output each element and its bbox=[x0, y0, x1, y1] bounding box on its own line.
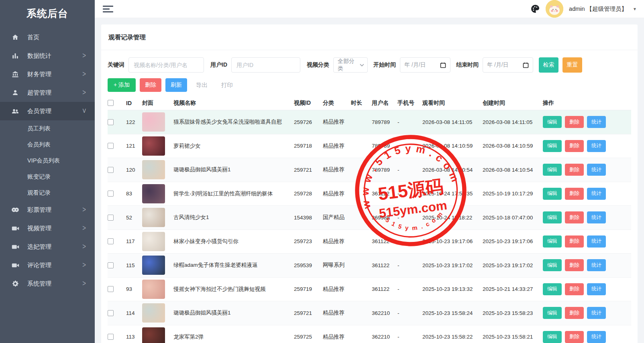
video-cover-thumbnail[interactable] bbox=[142, 303, 165, 323]
delete-row-button[interactable]: 删除 bbox=[565, 259, 584, 271]
sidebar-item-6[interactable]: 视频管理ᐳ bbox=[0, 219, 95, 237]
row-checkbox[interactable] bbox=[108, 238, 114, 244]
cell-id: 120 bbox=[126, 167, 142, 173]
video-cover-thumbnail[interactable] bbox=[142, 208, 165, 227]
delete-row-button[interactable]: 删除 bbox=[565, 283, 584, 295]
stats-button[interactable]: 统计 bbox=[587, 164, 606, 176]
cell-video-name: 留学生-刘明浴缸江里的性高潮纤细的躯体 bbox=[173, 190, 294, 197]
edit-button[interactable]: 编辑 bbox=[543, 307, 562, 319]
stats-button[interactable]: 统计 bbox=[587, 283, 606, 295]
row-actions: 编辑删除统计 bbox=[543, 188, 631, 200]
sidebar-subitem-3[interactable]: 账变记录 bbox=[0, 168, 95, 185]
edit-button[interactable]: 编辑 bbox=[543, 211, 562, 223]
stats-button[interactable]: 统计 bbox=[587, 211, 606, 223]
row-checkbox[interactable] bbox=[108, 286, 114, 292]
stats-button[interactable]: 统计 bbox=[587, 307, 606, 319]
sidebar-item-2[interactable]: 财务管理ᐳ bbox=[0, 65, 95, 83]
video-cover-thumbnail[interactable] bbox=[142, 160, 165, 179]
row-checkbox[interactable] bbox=[108, 262, 114, 268]
keyword-input[interactable] bbox=[128, 57, 204, 73]
userid-input[interactable] bbox=[231, 57, 300, 73]
edit-button[interactable]: 编辑 bbox=[543, 164, 562, 176]
chevron-right-icon: ᐳ bbox=[82, 225, 86, 231]
category-select[interactable]: 全部分类 bbox=[333, 57, 368, 73]
sidebar-item-0[interactable]: 首页 bbox=[0, 28, 95, 47]
edit-button[interactable]: 编辑 bbox=[543, 235, 562, 248]
sidebar-item-1[interactable]: 数据统计ᐳ bbox=[0, 47, 95, 65]
delete-button[interactable]: 删除 bbox=[140, 78, 161, 92]
cell-id: 93 bbox=[126, 286, 142, 292]
add-button[interactable]: + 添加 bbox=[108, 78, 136, 92]
edit-button[interactable]: 编辑 bbox=[543, 188, 562, 200]
delete-row-button[interactable]: 删除 bbox=[565, 188, 584, 200]
edit-button[interactable]: 编辑 bbox=[543, 259, 562, 271]
row-checkbox[interactable] bbox=[108, 215, 114, 221]
row-checkbox[interactable] bbox=[108, 143, 114, 149]
cell-create-time: 2025-10-23 15:58:21 bbox=[483, 334, 543, 340]
hamburger-menu-icon[interactable] bbox=[103, 4, 113, 14]
sidebar-subitem-4[interactable]: 观看记录 bbox=[0, 185, 95, 201]
admin-account-label[interactable]: admin 【超级管理员】 bbox=[569, 5, 627, 13]
export-button[interactable]: 导出 bbox=[191, 81, 212, 89]
end-date-input[interactable]: 年 /月/日 bbox=[483, 57, 533, 73]
edit-button[interactable]: 编辑 bbox=[543, 331, 562, 343]
refresh-button[interactable]: 刷新 bbox=[165, 78, 187, 92]
video-cover-thumbnail[interactable] bbox=[142, 184, 165, 203]
cell-watch-time: 2026-03-08 14:10:59 bbox=[422, 143, 483, 149]
row-checkbox[interactable] bbox=[108, 119, 114, 125]
stats-button[interactable]: 统计 bbox=[587, 188, 606, 200]
stats-button[interactable]: 统计 bbox=[587, 331, 606, 343]
sidebar-item-3[interactable]: 超管管理ᐳ bbox=[0, 83, 95, 102]
sidebar-item-9[interactable]: 系统管理ᐳ bbox=[0, 274, 95, 293]
row-checkbox[interactable] bbox=[108, 310, 114, 316]
calendar-icon bbox=[523, 62, 529, 68]
edit-button[interactable]: 编辑 bbox=[543, 283, 562, 295]
delete-row-button[interactable]: 删除 bbox=[565, 140, 584, 152]
start-date-input[interactable]: 年 /月/日 bbox=[400, 57, 450, 73]
cell-category: 精品推荐 bbox=[323, 286, 351, 293]
select-all-checkbox[interactable] bbox=[108, 100, 114, 106]
print-button[interactable]: 打印 bbox=[216, 81, 238, 89]
theme-palette-icon[interactable] bbox=[530, 4, 540, 14]
chevron-down-icon bbox=[360, 64, 364, 67]
cell-id: 121 bbox=[126, 143, 142, 149]
cell-video-name: 萝莉裙少女 bbox=[173, 142, 294, 150]
row-actions: 编辑删除统计 bbox=[543, 116, 631, 128]
edit-button[interactable]: 编辑 bbox=[543, 140, 562, 152]
delete-row-button[interactable]: 删除 bbox=[565, 307, 584, 319]
sidebar-item-8[interactable]: 评论管理ᐳ bbox=[0, 256, 95, 274]
delete-row-button[interactable]: 删除 bbox=[565, 331, 584, 343]
delete-row-button[interactable]: 删除 bbox=[565, 164, 584, 176]
stats-button[interactable]: 统计 bbox=[587, 259, 606, 271]
cell-watch-time: 2025-10-24 11:18:22 bbox=[422, 215, 483, 221]
chevron-down-icon[interactable]: ▼ bbox=[633, 7, 637, 11]
video-cover-thumbnail[interactable] bbox=[142, 232, 165, 251]
video-cover-thumbnail[interactable] bbox=[142, 112, 165, 132]
sidebar-item-5[interactable]: 彩票管理ᐳ bbox=[0, 201, 95, 219]
delete-row-button[interactable]: 删除 bbox=[565, 235, 584, 248]
stats-button[interactable]: 统计 bbox=[587, 116, 606, 128]
row-checkbox[interactable] bbox=[108, 167, 114, 173]
video-cover-thumbnail[interactable] bbox=[142, 256, 165, 275]
search-button[interactable]: 检索 bbox=[539, 57, 558, 73]
edit-button[interactable]: 编辑 bbox=[543, 116, 562, 128]
row-actions: 编辑删除统计 bbox=[543, 235, 631, 248]
reset-button[interactable]: 重置 bbox=[562, 57, 582, 73]
video-cover-thumbnail[interactable] bbox=[142, 327, 165, 343]
sidebar-subitem-0[interactable]: 员工列表 bbox=[0, 120, 95, 136]
row-checkbox[interactable] bbox=[108, 191, 114, 197]
sidebar-subitem-2[interactable]: VIP会员列表 bbox=[0, 152, 95, 168]
sidebar-subitem-1[interactable]: 会员列表 bbox=[0, 136, 95, 152]
cell-phone: - bbox=[397, 310, 422, 316]
stats-button[interactable]: 统计 bbox=[587, 140, 606, 152]
delete-row-button[interactable]: 删除 bbox=[565, 211, 584, 223]
delete-row-button[interactable]: 删除 bbox=[565, 116, 584, 128]
user-avatar[interactable] bbox=[546, 0, 563, 18]
row-checkbox[interactable] bbox=[108, 334, 114, 340]
sidebar-item-4[interactable]: 会员管理ᐯ bbox=[0, 102, 95, 120]
stats-button[interactable]: 统计 bbox=[587, 235, 606, 248]
video-cover-thumbnail[interactable] bbox=[142, 136, 165, 156]
sidebar-item-7[interactable]: 选妃管理ᐳ bbox=[0, 237, 95, 256]
video-cover-thumbnail[interactable] bbox=[142, 280, 165, 299]
cell-video-id: 259721 bbox=[294, 310, 323, 316]
